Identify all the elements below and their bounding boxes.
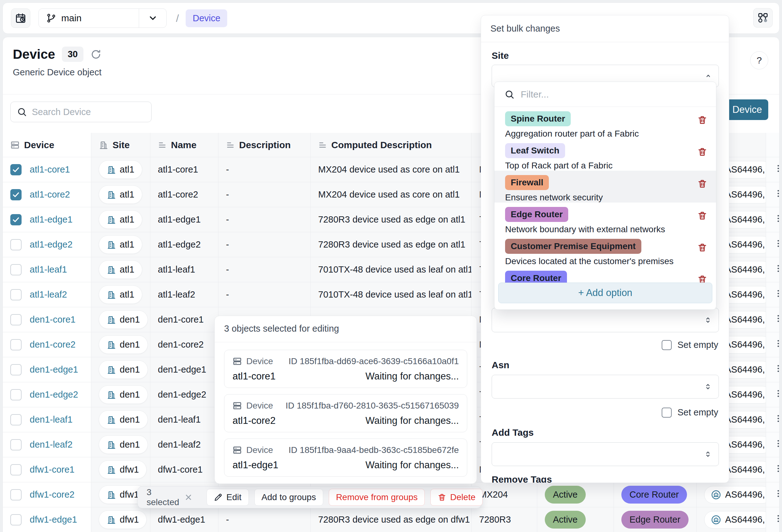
column-header[interactable]: Computed Description xyxy=(311,133,472,157)
row-menu-button[interactable] xyxy=(774,264,780,273)
device-link[interactable]: den1-core1 xyxy=(30,314,76,324)
row-checkbox[interactable] xyxy=(10,364,22,376)
set-empty-checkbox[interactable] xyxy=(662,407,672,418)
filter-input[interactable] xyxy=(521,89,706,100)
refresh-button[interactable] xyxy=(90,49,102,60)
site-badge[interactable]: atl1 xyxy=(99,210,142,229)
site-badge[interactable]: atl1 xyxy=(99,285,142,304)
filter-row[interactable] xyxy=(494,82,716,107)
search-box[interactable] xyxy=(10,102,151,122)
asn-badge[interactable]: AS64496, xyxy=(704,486,766,503)
site-option[interactable]: Customer Premise Equipment Devices locat… xyxy=(494,235,716,266)
device-link[interactable]: atl1-edge1 xyxy=(30,214,72,224)
remove-from-groups-button[interactable]: Remove from groups xyxy=(329,489,425,506)
column-header[interactable]: Description xyxy=(218,133,311,157)
row-menu-button[interactable] xyxy=(774,414,780,423)
set-empty-checkbox[interactable] xyxy=(662,340,672,350)
branch-dropdown-toggle[interactable] xyxy=(139,9,166,28)
row-menu-button[interactable] xyxy=(774,239,780,248)
column-header[interactable]: Site xyxy=(91,133,150,157)
device-link[interactable]: den1-leaf2 xyxy=(30,439,72,450)
help-button[interactable]: ? xyxy=(750,51,768,69)
trash-icon[interactable] xyxy=(697,179,707,189)
row-checkbox[interactable] xyxy=(10,439,22,451)
row-menu-button[interactable] xyxy=(774,189,780,198)
asn-badge[interactable]: AS64496, xyxy=(704,511,766,529)
row-checkbox[interactable] xyxy=(10,414,22,425)
search-input[interactable] xyxy=(32,107,135,117)
device-link[interactable]: atl1-leaf2 xyxy=(30,289,67,299)
row-menu-button[interactable] xyxy=(774,339,780,348)
device-link[interactable]: atl1-edge2 xyxy=(30,240,72,249)
row-checkbox[interactable] xyxy=(10,489,22,500)
asn-select[interactable] xyxy=(492,375,719,398)
edit-button[interactable]: Edit xyxy=(207,489,248,506)
site-badge[interactable]: atl1 xyxy=(99,185,142,204)
row-checkbox[interactable] xyxy=(10,164,22,175)
site-badge[interactable]: den1 xyxy=(99,360,148,379)
row-checkbox[interactable] xyxy=(10,389,22,400)
branch-selector[interactable]: main xyxy=(38,8,167,28)
device-link[interactable]: den1-leaf1 xyxy=(30,415,72,424)
device-link[interactable]: atl1-leaf1 xyxy=(30,264,67,275)
trash-icon[interactable] xyxy=(697,211,707,221)
device-link[interactable]: den1-edge1 xyxy=(30,364,78,375)
delete-button[interactable]: Delete xyxy=(430,489,483,506)
column-header[interactable]: Device xyxy=(3,133,91,157)
site-option[interactable]: Leaf Switch Top of Rack part of a Fabric xyxy=(494,139,716,171)
row-menu-button[interactable] xyxy=(774,514,780,523)
device-link[interactable]: dfw1-edge1 xyxy=(30,515,77,525)
site-badge[interactable]: den1 xyxy=(99,335,148,354)
site-badge[interactable]: atl1 xyxy=(99,260,142,279)
device-link[interactable]: den1-core2 xyxy=(30,340,76,350)
row-menu-button[interactable] xyxy=(774,489,780,498)
status-select[interactable] xyxy=(492,308,719,332)
trash-icon[interactable] xyxy=(697,115,707,125)
row-checkbox[interactable] xyxy=(10,339,22,350)
add-tags-select[interactable] xyxy=(492,442,719,466)
row-menu-button[interactable] xyxy=(774,164,780,173)
breadcrumb[interactable]: Device xyxy=(186,9,227,27)
site-badge[interactable]: dfw1 xyxy=(99,460,147,479)
site-badge[interactable]: den1 xyxy=(99,385,148,404)
row-checkbox[interactable] xyxy=(10,189,22,200)
add-option-button[interactable]: + Add option xyxy=(498,283,712,303)
column-header[interactable]: Name xyxy=(150,133,218,157)
site-badge[interactable]: den1 xyxy=(99,411,148,429)
site-option[interactable]: Firewall Ensures network security xyxy=(494,171,716,203)
row-checkbox[interactable] xyxy=(10,314,22,325)
site-badge[interactable]: dfw1 xyxy=(99,510,147,529)
row-menu-button[interactable] xyxy=(774,214,780,223)
site-option[interactable]: Edge Router Network boundary with extern… xyxy=(494,203,716,235)
device-link[interactable]: atl1-core1 xyxy=(30,165,70,174)
schema-button[interactable] xyxy=(753,8,773,28)
site-badge[interactable]: den1 xyxy=(99,310,148,329)
row-checkbox[interactable] xyxy=(10,514,22,525)
site-badge[interactable]: atl1 xyxy=(99,235,142,254)
row-checkbox[interactable] xyxy=(10,239,22,250)
row-menu-button[interactable] xyxy=(774,289,780,298)
row-menu-button[interactable] xyxy=(774,439,780,448)
row-menu-button[interactable] xyxy=(774,389,780,398)
row-checkbox[interactable] xyxy=(10,289,22,300)
row-menu-button[interactable] xyxy=(774,314,780,323)
trash-icon[interactable] xyxy=(697,147,707,157)
device-link[interactable]: den1-edge2 xyxy=(30,389,78,399)
clear-selection-button[interactable] xyxy=(184,493,193,502)
row-menu-button[interactable] xyxy=(774,464,780,473)
row-checkbox[interactable] xyxy=(10,264,22,275)
row-menu-button[interactable] xyxy=(774,364,780,373)
selected-objects-list: Device ID 185f1fba-dd69-ace6-3639-c5166a… xyxy=(215,342,477,484)
site-badge[interactable]: den1 xyxy=(99,435,148,454)
site-option[interactable]: Spine Router Aggregation router part of … xyxy=(494,107,716,139)
trash-icon[interactable] xyxy=(697,243,707,253)
building-icon xyxy=(107,365,116,375)
add-to-groups-button[interactable]: Add to groups xyxy=(254,489,323,506)
device-link[interactable]: dfw1-core2 xyxy=(30,490,74,499)
device-link[interactable]: atl1-core2 xyxy=(30,189,70,200)
row-checkbox[interactable] xyxy=(10,464,22,475)
row-checkbox[interactable] xyxy=(10,214,22,225)
site-badge[interactable]: atl1 xyxy=(99,161,142,179)
calendar-clock-button[interactable] xyxy=(11,8,30,28)
device-link[interactable]: dfw1-core1 xyxy=(30,464,74,474)
